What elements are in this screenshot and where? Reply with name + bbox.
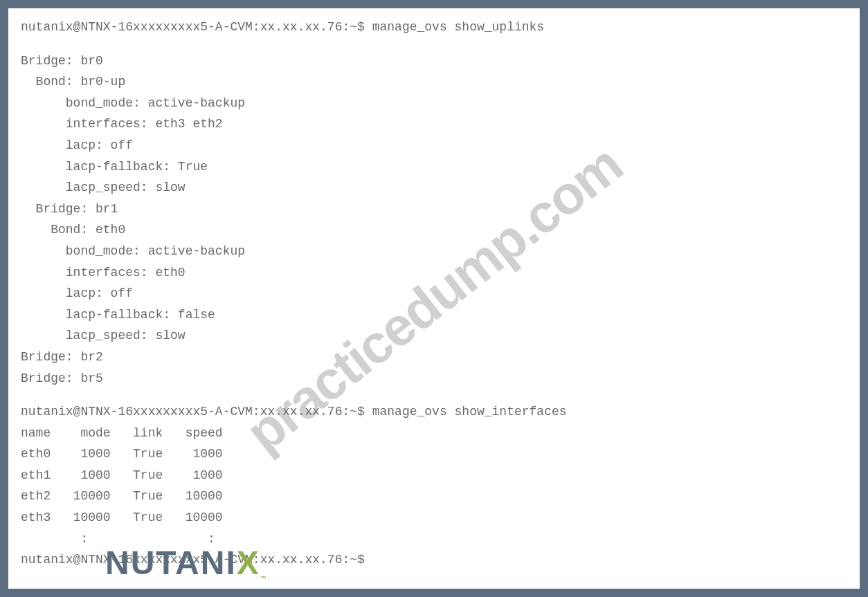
table-row: : :: [21, 529, 847, 550]
prompt-line-2: nutanix@NTNX-16xxxxxxxxx5-A-CVM:xx.xx.xx…: [21, 401, 847, 423]
output-line: interfaces: eth3 eth2: [21, 113, 847, 135]
prompt-text: nutanix@NTNX-16xxxxxxxxx5-A-CVM:xx.xx.xx…: [21, 405, 365, 419]
table-row: eth1 1000 True 1000: [21, 465, 847, 486]
table-row: eth0 1000 True 1000: [21, 443, 847, 465]
output-line: bond_mode: active-backup: [21, 241, 847, 262]
output-line: Bridge: br1: [21, 199, 847, 220]
prompt-text: nutanix@NTNX-16xxxxxxxxx5-A-CVM:xx.xx.xx…: [21, 20, 365, 34]
output-line: Bond: eth0: [21, 219, 847, 241]
output-line: bond_mode: active-backup: [21, 93, 847, 114]
output-line: Bridge: br2: [21, 347, 847, 368]
logo-tm: ™: [260, 575, 268, 582]
prompt-line-3: nutanix@NTNX-16xxxxxxxxx5-A-CVM:xx.xx.xx…: [21, 549, 847, 571]
command-text: manage_ovs show_interfaces: [372, 405, 567, 419]
table-row: eth2 10000 True 10000: [21, 486, 847, 507]
output-line: lacp-fallback: True: [21, 156, 847, 178]
output-line: lacp_speed: slow: [21, 325, 847, 347]
output-line: interfaces: eth0: [21, 262, 847, 284]
output-line: lacp: off: [21, 135, 847, 156]
output-line: Bond: br0-up: [21, 71, 847, 93]
prompt-line-1: nutanix@NTNX-16xxxxxxxxx5-A-CVM:xx.xx.xx…: [21, 17, 847, 38]
output-line: lacp_speed: slow: [21, 177, 847, 199]
table-header: name mode link speed: [21, 423, 847, 444]
table-row: eth3 10000 True 10000: [21, 507, 847, 529]
output-line: lacp-fallback: false: [21, 304, 847, 326]
output-line: lacp: off: [21, 283, 847, 304]
output-line: Bridge: br0: [21, 50, 847, 72]
command-text: manage_ovs show_uplinks: [372, 20, 544, 34]
output-line: Bridge: br5: [21, 368, 847, 389]
terminal-window: practicedump.com nutanix@NTNX-16xxxxxxxx…: [6, 6, 862, 591]
prompt-text: nutanix@NTNX-16xxxxxxxxx5-A-CVM:xx.xx.xx…: [21, 553, 365, 567]
